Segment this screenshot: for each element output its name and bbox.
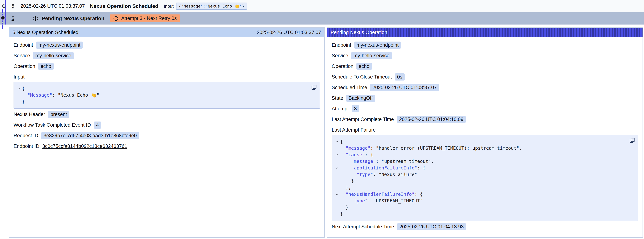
code-gutter [334, 204, 340, 211]
field-value-badge: 2025-02-26 UTC 01:04:13.93 [397, 223, 466, 230]
code-text: } [340, 204, 348, 211]
code-text: "type": "NexusFailure" [340, 171, 417, 178]
field-value-badge: my-hello-service [351, 52, 392, 59]
failure-block-label: Last Attempt Failure [332, 127, 638, 133]
event-title: Pending Nexus Operation [42, 16, 104, 22]
code-line: } [16, 98, 308, 105]
code-line: "applicationFailureInfo": { [334, 165, 626, 171]
code-line: { [334, 138, 626, 145]
retry-badge-text: Attempt 3 · Next Retry 0s [121, 16, 177, 21]
detail-panels: 5 Nexus Operation Scheduled 2025-02-26 U… [9, 27, 643, 238]
code-text: } [340, 178, 354, 184]
code-gutter [334, 158, 340, 165]
copy-icon [629, 138, 635, 143]
input-block-label: Input [14, 74, 320, 80]
field-row: State BackingOff [332, 94, 638, 102]
code-text: "Message": "Nexus Echo 👋" [22, 92, 99, 98]
field-value-badge: my-nexus-endpoint [354, 42, 401, 49]
collapse-chevron-icon[interactable] [334, 165, 340, 171]
event-dot-open [2, 4, 6, 8]
collapse-chevron-icon[interactable] [334, 191, 340, 198]
event-history: 5 2025-02-26 UTC 01:03:37.07 Nexus Opera… [0, 0, 644, 24]
panel-pending-nexus-operation: Pending Nexus Operation Endpoint my-nexu… [327, 27, 643, 238]
field-value-badge: my-hello-service [33, 52, 74, 59]
field-label: Scheduled Time [332, 85, 367, 90]
code-line: }, [334, 184, 626, 191]
failure-code-block: {"message": "handler error (UPSTREAM_TIM… [332, 135, 638, 221]
copy-icon [311, 84, 317, 90]
history-row-pending-selected[interactable]: 5 Pending Nexus Operation Attempt 3 · Ne… [0, 12, 644, 24]
input-code-block: {"Message": "Nexus Echo 👋"} [14, 82, 320, 109]
copy-button[interactable] [311, 84, 317, 90]
field-label: Next Attempt Schedule Time [332, 224, 394, 230]
code-gutter [16, 98, 22, 105]
code-line: } [334, 178, 626, 184]
panel-title: Pending Nexus Operation [330, 30, 387, 35]
field-row: Endpoint ID 3c0c75ccfa8144b092c13ce63246… [14, 142, 320, 150]
code-line: "cause": { [334, 152, 626, 158]
event-title: Nexus Operation Scheduled [90, 3, 158, 9]
retry-badge: Attempt 3 · Next Retry 0s [110, 14, 180, 22]
field-label: State [332, 95, 343, 101]
field-value-badge: echo [38, 63, 54, 70]
code-gutter [334, 145, 340, 152]
code-text: "type": "UPSTREAM_TIMEOUT" [340, 198, 423, 204]
field-label: Attempt [332, 106, 349, 112]
collapse-chevron-icon[interactable] [16, 85, 22, 92]
code-line: "message": "handler error (UPSTREAM_TIME… [334, 145, 626, 152]
field-row: Workflow Task Completed Event ID 4 [14, 121, 320, 129]
collapse-chevron-icon[interactable] [334, 138, 340, 145]
panel-nexus-operation-scheduled: 5 Nexus Operation Scheduled 2025-02-26 U… [9, 27, 325, 238]
code-line: } [334, 211, 626, 218]
field-row: Endpoint my-nexus-endpoint [332, 41, 638, 49]
code-text: "nexusHandlerFailureInfo": { [340, 191, 423, 198]
code-line: } [334, 204, 626, 211]
code-gutter [334, 171, 340, 178]
endpoint-id-link[interactable]: 3c0c75ccfa8144b092c13ce632463761 [42, 144, 127, 149]
event-id-link[interactable]: 5 [12, 16, 14, 21]
field-value-badge: 0s [395, 74, 405, 80]
field-row: Request ID 3e829b7e-7d67-4b08-aad3-b1e86… [14, 132, 320, 140]
timeline-dash [2, 9, 3, 16]
field-row: Last Attempt Complete Time 2025-02-26 UT… [332, 115, 638, 124]
panel-title: 5 Nexus Operation Scheduled [12, 30, 78, 35]
copy-button[interactable] [629, 137, 635, 144]
collapse-chevron-icon[interactable] [334, 152, 340, 158]
panel-header: 5 Nexus Operation Scheduled 2025-02-26 U… [9, 28, 324, 37]
event-dot-filled [1, 16, 4, 20]
panel-body: Endpoint my-nexus-endpoint Service my-he… [327, 37, 642, 236]
code-line: "nexusHandlerFailureInfo": { [334, 191, 626, 198]
field-value-badge: 3e829b7e-7d67-4b08-aad3-b1e868bfe9e0 [41, 132, 139, 139]
field-row: Service my-hello-service [332, 52, 638, 60]
field-row: Attempt 3 [332, 104, 638, 113]
code-line: "Message": "Nexus Echo 👋" [16, 92, 308, 98]
field-value-badge: present [48, 111, 70, 118]
input-chip[interactable]: {"Message":"Nexus Echo 👋"} [176, 2, 247, 10]
code-text: }, [340, 184, 351, 191]
field-label: Nexus Header [14, 112, 45, 117]
event-id-link[interactable]: 5 [12, 3, 14, 9]
code-line: "message": "upstream timeout", [334, 158, 626, 165]
field-row: Nexus Header present [14, 110, 320, 118]
field-value-badge: 4 [94, 122, 101, 129]
field-label: Workflow Task Completed Event ID [14, 122, 91, 128]
field-value-badge: echo [356, 63, 372, 70]
event-time: 2025-02-26 UTC 01:03:37.07 [20, 3, 85, 9]
code-text: "cause": { [340, 152, 373, 158]
timeline-dash [2, 20, 3, 29]
history-row-scheduled[interactable]: 5 2025-02-26 UTC 01:03:37.07 Nexus Opera… [0, 0, 644, 12]
code-line: { [16, 85, 308, 92]
field-label: Operation [332, 64, 354, 69]
code-text: "message": "upstream timeout", [340, 158, 434, 165]
code-gutter [16, 92, 22, 98]
field-value-badge: 3 [352, 105, 359, 112]
field-label: Last Attempt Complete Time [332, 116, 394, 122]
field-value-badge: BackingOff [346, 94, 375, 102]
field-label: Operation [14, 64, 35, 69]
field-row: Schedule To Close Timeout 0s [332, 73, 638, 81]
field-value-badge: 2025-02-26 UTC 01:04:10.09 [397, 116, 466, 123]
panel-time: 2025-02-26 UTC 01:03:37.07 [257, 30, 321, 35]
field-value-badge: my-nexus-endpoint [36, 42, 83, 49]
panel-header-pending: Pending Nexus Operation [327, 28, 642, 37]
pending-asterisk-icon [32, 16, 38, 22]
